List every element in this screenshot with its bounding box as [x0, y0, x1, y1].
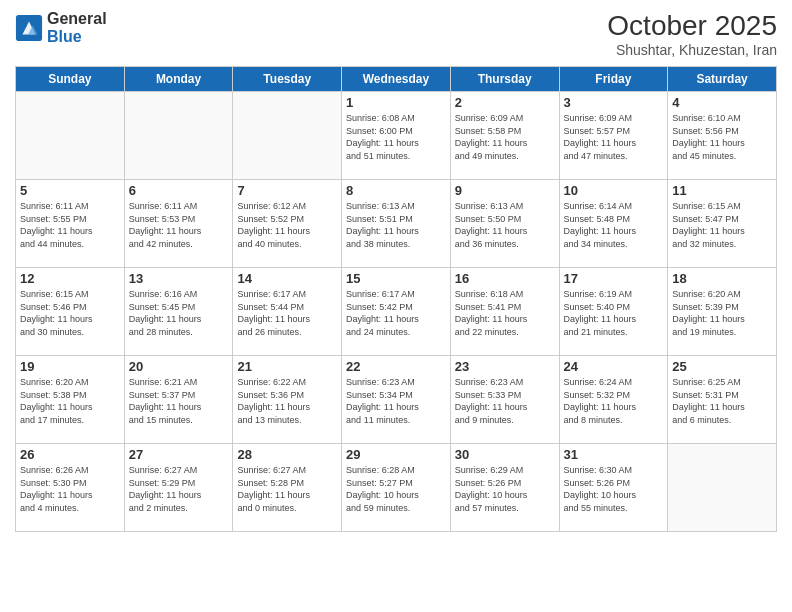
day-number: 9 [455, 183, 555, 198]
day-info: Sunrise: 6:22 AMSunset: 5:36 PMDaylight:… [237, 376, 337, 426]
day-number: 11 [672, 183, 772, 198]
calendar-cell: 18Sunrise: 6:20 AMSunset: 5:39 PMDayligh… [668, 268, 777, 356]
day-number: 1 [346, 95, 446, 110]
calendar-cell: 6Sunrise: 6:11 AMSunset: 5:53 PMDaylight… [124, 180, 233, 268]
day-info: Sunrise: 6:21 AMSunset: 5:37 PMDaylight:… [129, 376, 229, 426]
calendar-cell [124, 92, 233, 180]
day-info: Sunrise: 6:15 AMSunset: 5:47 PMDaylight:… [672, 200, 772, 250]
calendar-cell: 11Sunrise: 6:15 AMSunset: 5:47 PMDayligh… [668, 180, 777, 268]
day-number: 4 [672, 95, 772, 110]
day-info: Sunrise: 6:27 AMSunset: 5:29 PMDaylight:… [129, 464, 229, 514]
day-number: 18 [672, 271, 772, 286]
logo-general-text: General [47, 10, 107, 28]
day-info: Sunrise: 6:30 AMSunset: 5:26 PMDaylight:… [564, 464, 664, 514]
logo-blue-text: Blue [47, 28, 107, 46]
day-info: Sunrise: 6:15 AMSunset: 5:46 PMDaylight:… [20, 288, 120, 338]
calendar-cell: 15Sunrise: 6:17 AMSunset: 5:42 PMDayligh… [342, 268, 451, 356]
day-number: 31 [564, 447, 664, 462]
calendar-cell [668, 444, 777, 532]
calendar-cell: 8Sunrise: 6:13 AMSunset: 5:51 PMDaylight… [342, 180, 451, 268]
day-info: Sunrise: 6:20 AMSunset: 5:38 PMDaylight:… [20, 376, 120, 426]
day-number: 8 [346, 183, 446, 198]
day-number: 7 [237, 183, 337, 198]
day-number: 23 [455, 359, 555, 374]
calendar-cell: 24Sunrise: 6:24 AMSunset: 5:32 PMDayligh… [559, 356, 668, 444]
day-info: Sunrise: 6:18 AMSunset: 5:41 PMDaylight:… [455, 288, 555, 338]
location: Shushtar, Khuzestan, Iran [607, 42, 777, 58]
calendar-cell: 25Sunrise: 6:25 AMSunset: 5:31 PMDayligh… [668, 356, 777, 444]
day-info: Sunrise: 6:08 AMSunset: 6:00 PMDaylight:… [346, 112, 446, 162]
day-info: Sunrise: 6:13 AMSunset: 5:50 PMDaylight:… [455, 200, 555, 250]
day-number: 16 [455, 271, 555, 286]
day-info: Sunrise: 6:17 AMSunset: 5:42 PMDaylight:… [346, 288, 446, 338]
calendar-cell: 10Sunrise: 6:14 AMSunset: 5:48 PMDayligh… [559, 180, 668, 268]
calendar-header-row: SundayMondayTuesdayWednesdayThursdayFrid… [16, 67, 777, 92]
calendar-cell: 17Sunrise: 6:19 AMSunset: 5:40 PMDayligh… [559, 268, 668, 356]
calendar-cell: 19Sunrise: 6:20 AMSunset: 5:38 PMDayligh… [16, 356, 125, 444]
day-header-saturday: Saturday [668, 67, 777, 92]
calendar-cell: 9Sunrise: 6:13 AMSunset: 5:50 PMDaylight… [450, 180, 559, 268]
day-info: Sunrise: 6:24 AMSunset: 5:32 PMDaylight:… [564, 376, 664, 426]
day-header-thursday: Thursday [450, 67, 559, 92]
calendar-cell: 12Sunrise: 6:15 AMSunset: 5:46 PMDayligh… [16, 268, 125, 356]
day-info: Sunrise: 6:19 AMSunset: 5:40 PMDaylight:… [564, 288, 664, 338]
day-header-sunday: Sunday [16, 67, 125, 92]
calendar-cell [233, 92, 342, 180]
month-title: October 2025 [607, 10, 777, 42]
day-number: 29 [346, 447, 446, 462]
calendar-cell: 28Sunrise: 6:27 AMSunset: 5:28 PMDayligh… [233, 444, 342, 532]
day-number: 30 [455, 447, 555, 462]
calendar-cell: 1Sunrise: 6:08 AMSunset: 6:00 PMDaylight… [342, 92, 451, 180]
calendar-cell: 26Sunrise: 6:26 AMSunset: 5:30 PMDayligh… [16, 444, 125, 532]
day-number: 13 [129, 271, 229, 286]
day-header-wednesday: Wednesday [342, 67, 451, 92]
week-row-4: 19Sunrise: 6:20 AMSunset: 5:38 PMDayligh… [16, 356, 777, 444]
calendar-cell: 4Sunrise: 6:10 AMSunset: 5:56 PMDaylight… [668, 92, 777, 180]
day-header-monday: Monday [124, 67, 233, 92]
title-section: October 2025 Shushtar, Khuzestan, Iran [607, 10, 777, 58]
day-number: 27 [129, 447, 229, 462]
day-info: Sunrise: 6:26 AMSunset: 5:30 PMDaylight:… [20, 464, 120, 514]
day-number: 28 [237, 447, 337, 462]
day-info: Sunrise: 6:09 AMSunset: 5:58 PMDaylight:… [455, 112, 555, 162]
day-number: 3 [564, 95, 664, 110]
day-number: 12 [20, 271, 120, 286]
day-number: 26 [20, 447, 120, 462]
day-number: 24 [564, 359, 664, 374]
day-number: 5 [20, 183, 120, 198]
day-number: 15 [346, 271, 446, 286]
calendar-cell: 22Sunrise: 6:23 AMSunset: 5:34 PMDayligh… [342, 356, 451, 444]
calendar-cell: 30Sunrise: 6:29 AMSunset: 5:26 PMDayligh… [450, 444, 559, 532]
day-info: Sunrise: 6:23 AMSunset: 5:34 PMDaylight:… [346, 376, 446, 426]
day-number: 14 [237, 271, 337, 286]
day-number: 20 [129, 359, 229, 374]
day-number: 19 [20, 359, 120, 374]
logo: General Blue [15, 10, 107, 45]
day-number: 2 [455, 95, 555, 110]
calendar-cell: 27Sunrise: 6:27 AMSunset: 5:29 PMDayligh… [124, 444, 233, 532]
calendar-cell: 29Sunrise: 6:28 AMSunset: 5:27 PMDayligh… [342, 444, 451, 532]
calendar-cell: 16Sunrise: 6:18 AMSunset: 5:41 PMDayligh… [450, 268, 559, 356]
day-number: 22 [346, 359, 446, 374]
calendar-cell: 23Sunrise: 6:23 AMSunset: 5:33 PMDayligh… [450, 356, 559, 444]
page-header: General Blue October 2025 Shushtar, Khuz… [15, 10, 777, 58]
logo-icon [15, 14, 43, 42]
day-info: Sunrise: 6:17 AMSunset: 5:44 PMDaylight:… [237, 288, 337, 338]
calendar-cell: 14Sunrise: 6:17 AMSunset: 5:44 PMDayligh… [233, 268, 342, 356]
day-number: 10 [564, 183, 664, 198]
calendar-cell: 21Sunrise: 6:22 AMSunset: 5:36 PMDayligh… [233, 356, 342, 444]
calendar-cell: 20Sunrise: 6:21 AMSunset: 5:37 PMDayligh… [124, 356, 233, 444]
day-info: Sunrise: 6:27 AMSunset: 5:28 PMDaylight:… [237, 464, 337, 514]
day-info: Sunrise: 6:28 AMSunset: 5:27 PMDaylight:… [346, 464, 446, 514]
week-row-3: 12Sunrise: 6:15 AMSunset: 5:46 PMDayligh… [16, 268, 777, 356]
calendar-cell: 13Sunrise: 6:16 AMSunset: 5:45 PMDayligh… [124, 268, 233, 356]
calendar-cell: 31Sunrise: 6:30 AMSunset: 5:26 PMDayligh… [559, 444, 668, 532]
day-info: Sunrise: 6:25 AMSunset: 5:31 PMDaylight:… [672, 376, 772, 426]
day-info: Sunrise: 6:11 AMSunset: 5:55 PMDaylight:… [20, 200, 120, 250]
calendar-cell: 5Sunrise: 6:11 AMSunset: 5:55 PMDaylight… [16, 180, 125, 268]
day-info: Sunrise: 6:14 AMSunset: 5:48 PMDaylight:… [564, 200, 664, 250]
day-info: Sunrise: 6:10 AMSunset: 5:56 PMDaylight:… [672, 112, 772, 162]
day-number: 21 [237, 359, 337, 374]
day-header-friday: Friday [559, 67, 668, 92]
day-number: 17 [564, 271, 664, 286]
